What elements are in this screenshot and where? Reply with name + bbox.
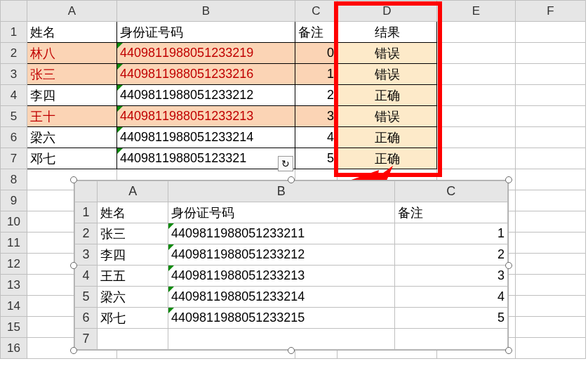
cell-F10[interactable] bbox=[516, 211, 586, 233]
row-header-4[interactable]: 4 bbox=[1, 85, 27, 106]
cell-B3[interactable]: 4409811988051233216 bbox=[117, 64, 295, 85]
cell-A4[interactable]: 李四 bbox=[27, 85, 117, 106]
row-header-11[interactable]: 11 bbox=[1, 233, 27, 254]
row-header-10[interactable]: 10 bbox=[1, 211, 27, 233]
cell-F7[interactable] bbox=[516, 148, 586, 169]
col-header-A[interactable]: A bbox=[27, 1, 117, 22]
col-header-E[interactable]: E bbox=[437, 1, 516, 22]
emb-B4: 4409811988051233213 bbox=[168, 266, 395, 287]
cell-D2[interactable]: 错误 bbox=[338, 43, 437, 64]
emb-B3: 4409811988051233212 bbox=[168, 244, 395, 266]
row-header-5[interactable]: 5 bbox=[1, 106, 27, 127]
resize-handle[interactable] bbox=[70, 262, 77, 269]
emb-A4: 王五 bbox=[98, 266, 168, 287]
cell-C4[interactable]: 2 bbox=[295, 85, 338, 106]
cell-F9[interactable] bbox=[516, 190, 586, 211]
cell-A3[interactable]: 张三 bbox=[27, 64, 117, 85]
row-header-2[interactable]: 2 bbox=[1, 43, 27, 64]
row-header-9[interactable]: 9 bbox=[1, 190, 27, 211]
emb-B7 bbox=[168, 329, 395, 350]
emb-corner bbox=[75, 181, 98, 202]
row-header-14[interactable]: 14 bbox=[1, 296, 27, 317]
cell-C3[interactable]: 1 bbox=[295, 64, 338, 85]
cell-B2[interactable]: 4409811988051233219 bbox=[117, 43, 295, 64]
resize-handle[interactable] bbox=[505, 347, 512, 354]
cell-F6[interactable] bbox=[516, 127, 586, 148]
row-header-7[interactable]: 7 bbox=[1, 148, 27, 169]
cell-E4[interactable] bbox=[437, 85, 516, 106]
row-header-13[interactable]: 13 bbox=[1, 275, 27, 296]
cell-E6[interactable] bbox=[437, 127, 516, 148]
emb-row-5: 5 bbox=[75, 287, 98, 308]
cell-A1[interactable]: 姓名 bbox=[27, 22, 117, 43]
row-header-6[interactable]: 6 bbox=[1, 127, 27, 148]
emb-col-C: C bbox=[394, 181, 507, 202]
emb-A1: 姓名 bbox=[98, 202, 168, 223]
row-header-3[interactable]: 3 bbox=[1, 64, 27, 85]
col-header-D[interactable]: D bbox=[338, 1, 437, 22]
cell-F1[interactable] bbox=[516, 22, 586, 43]
cell-B5[interactable]: 4409811988051233213 bbox=[117, 106, 295, 127]
cell-E7[interactable] bbox=[437, 148, 516, 169]
select-all-corner[interactable] bbox=[1, 1, 27, 22]
col-header-B[interactable]: B bbox=[117, 1, 295, 22]
smart-tag-button[interactable]: ↻ bbox=[278, 156, 293, 171]
cell-D6[interactable]: 正确 bbox=[338, 127, 437, 148]
emb-row-2: 2 bbox=[75, 223, 98, 244]
resize-handle[interactable] bbox=[70, 347, 77, 354]
cell-D5[interactable]: 错误 bbox=[338, 106, 437, 127]
refresh-icon: ↻ bbox=[281, 158, 290, 169]
resize-handle[interactable] bbox=[288, 176, 295, 183]
resize-handle[interactable] bbox=[288, 347, 295, 354]
cell-F15[interactable] bbox=[516, 317, 586, 338]
emb-B5: 4409811988051233214 bbox=[168, 287, 395, 308]
row-header-15[interactable]: 15 bbox=[1, 317, 27, 338]
col-header-F[interactable]: F bbox=[516, 1, 586, 22]
cell-F4[interactable] bbox=[516, 85, 586, 106]
cell-E1[interactable] bbox=[437, 22, 516, 43]
cell-D1[interactable]: 结果 bbox=[338, 22, 437, 43]
cell-E3[interactable] bbox=[437, 64, 516, 85]
emb-B1: 身份证号码 bbox=[168, 202, 395, 223]
cell-F3[interactable] bbox=[516, 64, 586, 85]
emb-A3: 李四 bbox=[98, 244, 168, 266]
row-header-1[interactable]: 1 bbox=[1, 22, 27, 43]
cell-B1[interactable]: 身份证号码 bbox=[117, 22, 295, 43]
embedded-picture-object[interactable]: A B C 1 姓名 身份证号码 备注 2张三44098119880512332… bbox=[74, 180, 509, 351]
row-header-16[interactable]: 16 bbox=[1, 338, 27, 359]
cell-A2[interactable]: 林八 bbox=[27, 43, 117, 64]
col-header-C[interactable]: C bbox=[295, 1, 338, 22]
cell-F8[interactable] bbox=[516, 169, 586, 190]
cell-F16[interactable] bbox=[516, 338, 586, 359]
cell-C2[interactable]: 0 bbox=[295, 43, 338, 64]
resize-handle[interactable] bbox=[505, 262, 512, 269]
emb-row-7: 7 bbox=[75, 329, 98, 350]
cell-B7[interactable]: 440981198805123321 bbox=[117, 148, 295, 169]
cell-D7[interactable]: 正确 bbox=[338, 148, 437, 169]
cell-B6[interactable]: 4409811988051233214 bbox=[117, 127, 295, 148]
cell-A7[interactable]: 邓七 bbox=[27, 148, 117, 169]
cell-F11[interactable] bbox=[516, 233, 586, 254]
cell-E2[interactable] bbox=[437, 43, 516, 64]
cell-F5[interactable] bbox=[516, 106, 586, 127]
row-header-8[interactable]: 8 bbox=[1, 169, 27, 190]
cell-D3[interactable]: 错误 bbox=[338, 64, 437, 85]
cell-D4[interactable]: 正确 bbox=[338, 85, 437, 106]
cell-C7[interactable]: 5 bbox=[295, 148, 338, 169]
emb-row-3: 3 bbox=[75, 244, 98, 266]
cell-F13[interactable] bbox=[516, 275, 586, 296]
cell-C1[interactable]: 备注 bbox=[295, 22, 338, 43]
cell-A5[interactable]: 王十 bbox=[27, 106, 117, 127]
emb-A7 bbox=[98, 329, 168, 350]
cell-B4[interactable]: 4409811988051233212 bbox=[117, 85, 295, 106]
cell-F14[interactable] bbox=[516, 296, 586, 317]
cell-C5[interactable]: 3 bbox=[295, 106, 338, 127]
cell-F12[interactable] bbox=[516, 254, 586, 275]
cell-F2[interactable] bbox=[516, 43, 586, 64]
cell-C6[interactable]: 4 bbox=[295, 127, 338, 148]
resize-handle[interactable] bbox=[70, 176, 77, 183]
resize-handle[interactable] bbox=[505, 176, 512, 183]
cell-E5[interactable] bbox=[437, 106, 516, 127]
row-header-12[interactable]: 12 bbox=[1, 254, 27, 275]
cell-A6[interactable]: 梁六 bbox=[27, 127, 117, 148]
